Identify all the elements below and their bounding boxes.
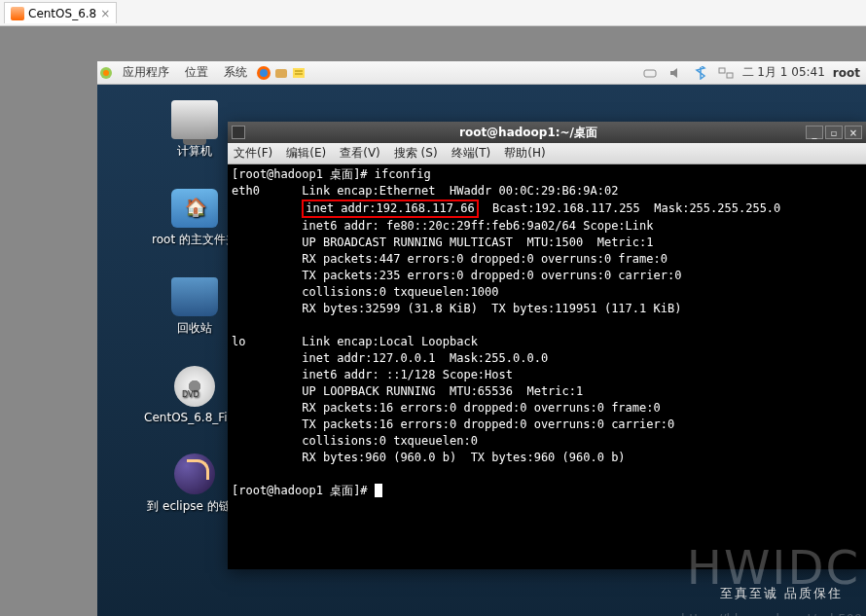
terminal-menubar: 文件(F) 编辑(E) 查看(V) 搜索 (S) 终端(T) 帮助(H) <box>228 143 866 164</box>
icon-label: 计算机 <box>177 143 212 160</box>
terminal-title: root@hadoop1:~/桌面 <box>251 125 806 141</box>
file-manager-icon[interactable] <box>272 64 290 82</box>
menu-places[interactable]: 位置 <box>177 64 216 81</box>
menu-view[interactable]: 查看(V) <box>340 145 380 162</box>
menu-edit[interactable]: 编辑(E) <box>286 145 326 162</box>
menu-terminal[interactable]: 终端(T) <box>451 145 491 162</box>
home-folder-icon <box>171 189 218 228</box>
vm-viewport: 应用程序 位置 系统 <box>0 26 866 616</box>
bluetooth-icon[interactable] <box>692 64 709 82</box>
terminal-titlebar[interactable]: root@hadoop1:~/桌面 _ ▫ × <box>228 122 866 143</box>
maximize-button[interactable]: ▫ <box>825 126 843 139</box>
firefox-icon[interactable] <box>255 64 272 82</box>
trash-icon <box>171 277 218 316</box>
close-button[interactable]: × <box>845 126 862 139</box>
svg-point-1 <box>103 70 109 76</box>
svg-rect-7 <box>719 68 725 73</box>
volume-icon[interactable] <box>667 64 684 82</box>
svg-rect-6 <box>644 70 656 77</box>
icon-label: 回收站 <box>177 320 212 337</box>
watermark-slogan: 至真至诚 品质保住 <box>720 585 843 602</box>
vm-tab-bar: CentOS_6.8 × <box>0 0 866 26</box>
menu-help[interactable]: 帮助(H) <box>504 145 545 162</box>
eclipse-icon <box>174 453 215 494</box>
disk-icon[interactable] <box>641 64 659 82</box>
vm-tab[interactable]: CentOS_6.8 × <box>4 2 117 23</box>
watermark-url: https://blog.csdn.net/czh500 <box>681 611 862 616</box>
terminal-output[interactable]: [root@hadoop1 桌面]# ifconfig eth0 Link en… <box>228 164 866 569</box>
menu-system[interactable]: 系统 <box>216 64 255 81</box>
desktop[interactable]: 应用程序 位置 系统 <box>97 61 866 616</box>
svg-rect-4 <box>275 69 287 78</box>
network-icon[interactable] <box>717 64 735 82</box>
terminal-window: root@hadoop1:~/桌面 _ ▫ × 文件(F) 编辑(E) 查看(V… <box>228 122 866 569</box>
clock[interactable]: 二 1月 1 05:41 <box>742 64 825 81</box>
close-icon[interactable]: × <box>100 7 110 20</box>
svg-point-3 <box>260 69 268 77</box>
menu-applications[interactable]: 应用程序 <box>115 64 177 81</box>
icon-label: root 的主文件夹 <box>152 232 237 248</box>
dvd-icon <box>174 366 215 407</box>
cursor <box>375 484 382 497</box>
computer-icon <box>171 100 218 139</box>
vm-icon <box>11 7 24 20</box>
svg-rect-5 <box>293 68 305 78</box>
user-menu[interactable]: root <box>833 66 860 80</box>
menu-file[interactable]: 文件(F) <box>234 145 272 162</box>
inet-addr-highlight: inet addr:192.168.117.66 <box>302 199 478 218</box>
notes-icon[interactable] <box>290 64 307 82</box>
svg-rect-8 <box>727 73 733 78</box>
top-panel: 应用程序 位置 系统 <box>97 61 866 85</box>
terminal-icon <box>232 126 245 139</box>
centos-logo-icon[interactable] <box>97 64 115 82</box>
menu-search[interactable]: 搜索 (S) <box>394 145 438 162</box>
vm-tab-label: CentOS_6.8 <box>28 7 96 20</box>
minimize-button[interactable]: _ <box>806 126 823 139</box>
